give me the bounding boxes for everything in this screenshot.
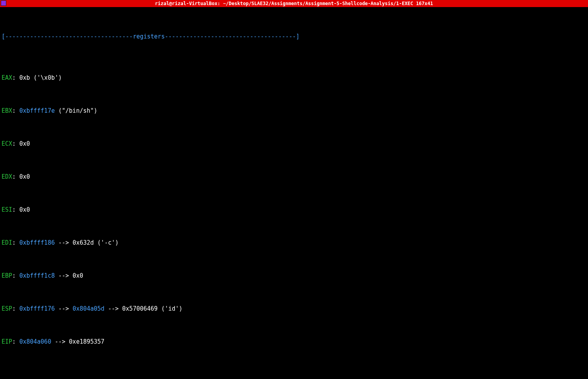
window-titlebar[interactable]: rizal@rizal-VirtualBox: ~/Desktop/SLAE32… bbox=[0, 0, 588, 7]
terminal-output[interactable]: [------------------------------------reg… bbox=[0, 7, 588, 379]
reg-esi: ESI: 0x0 bbox=[2, 206, 586, 214]
reg-ebx: EBX: 0xbffff17e ("/bin/sh") bbox=[2, 107, 586, 115]
reg-esp: ESP: 0xbffff176 --> 0x804a05d --> 0x5700… bbox=[2, 305, 586, 313]
reg-eip: EIP: 0x804a060 --> 0xe1895357 bbox=[2, 338, 586, 346]
reg-ecx: ECX: 0x0 bbox=[2, 140, 586, 148]
reg-edi: EDI: 0xbffff186 --> 0x632d ('-c') bbox=[2, 239, 586, 247]
reg-ebp: EBP: 0xbffff1c8 --> 0x0 bbox=[2, 272, 586, 280]
section-header-registers: [------------------------------------reg… bbox=[2, 33, 586, 41]
reg-eax: EAX: 0xb ('\x0b') bbox=[2, 74, 586, 82]
window-title: rizal@rizal-VirtualBox: ~/Desktop/SLAE32… bbox=[155, 1, 433, 6]
app-menu-icon[interactable] bbox=[1, 0, 6, 6]
reg-edx: EDX: 0x0 bbox=[2, 173, 586, 181]
